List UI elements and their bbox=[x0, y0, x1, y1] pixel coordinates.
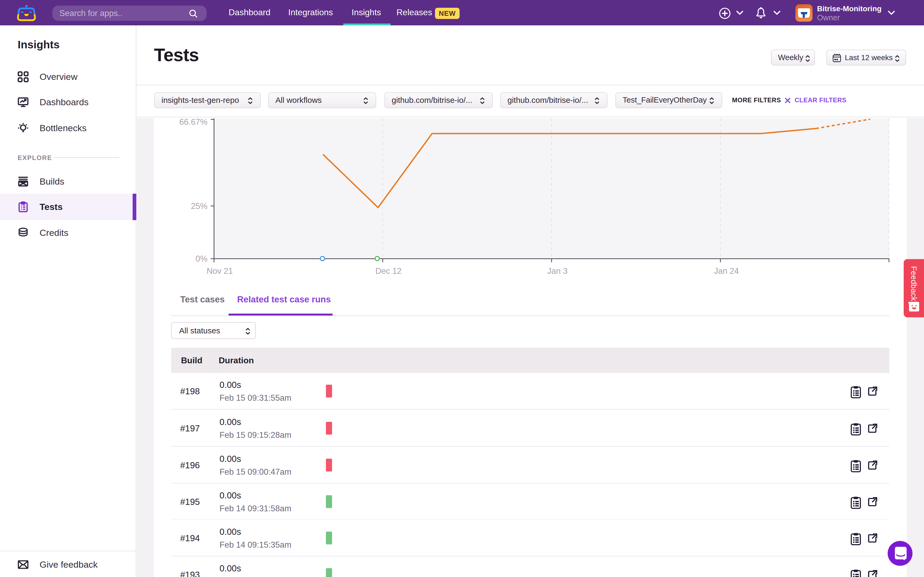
svg-text:Jan 24: Jan 24 bbox=[714, 266, 739, 276]
svg-text:25%: 25% bbox=[191, 201, 207, 211]
svg-text:0%: 0% bbox=[195, 254, 207, 263]
svg-text:66.67%: 66.67% bbox=[179, 118, 207, 127]
svg-text:Jan 3: Jan 3 bbox=[547, 266, 568, 276]
svg-text:Dec 12: Dec 12 bbox=[375, 266, 402, 276]
svg-text:Nov 21: Nov 21 bbox=[207, 266, 233, 276]
